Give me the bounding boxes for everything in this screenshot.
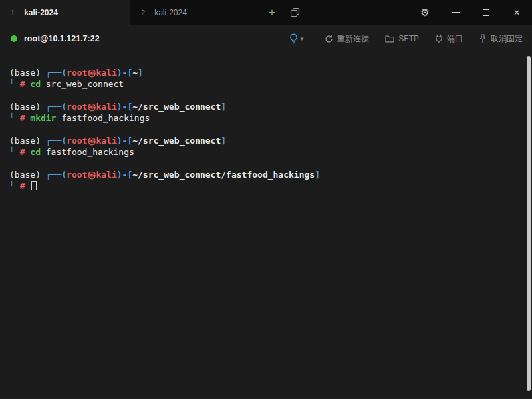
tab-1-index: 1 (11, 9, 15, 17)
terminal-block: (base) ┌──(root㉿kali)-[~/src_web_connect… (9, 135, 523, 158)
host-address: root@10.1.121.7:22 (24, 34, 100, 43)
prompt-corner: └─ (9, 79, 20, 89)
reconnect-button[interactable]: 重新连接 (325, 33, 369, 45)
tab-1-label: kali-2024 (24, 8, 58, 17)
port-label: 端口 (447, 33, 463, 45)
command-line: └─# cd fastfood_hackings (9, 146, 523, 158)
tab-2-index: 2 (141, 9, 145, 17)
prompt-line: (base) ┌──(root㉿kali)-[~/src_web_connect… (9, 101, 523, 112)
command-line: └─# (9, 180, 523, 192)
prompt-close: ] (315, 170, 320, 180)
titlebar-spacer (306, 0, 410, 25)
prompt-open: ┌──( (46, 136, 66, 146)
prompt-mid: )-[ (117, 102, 132, 112)
copy-stack-icon (290, 7, 300, 17)
prompt-path: ~/src_web_connect (132, 102, 221, 112)
unpin-button[interactable]: 取消固定 (479, 33, 523, 45)
command-line: └─# cd src_web_connect (9, 78, 523, 90)
minimize-button[interactable] (440, 0, 471, 25)
minimize-icon (452, 12, 460, 13)
tab-2-label: kali-2024 (154, 8, 187, 17)
prompt-line: (base) ┌──(root㉿kali)-[~/src_web_connect… (9, 169, 523, 180)
chevron-down-icon: ▾ (301, 35, 304, 42)
pin-icon (479, 34, 487, 43)
maximize-icon (483, 9, 489, 16)
conda-env: (base) (9, 102, 46, 112)
command-args: fastfood_hackings (41, 147, 134, 157)
conda-env: (base) (9, 136, 46, 146)
new-tab-button[interactable]: + (261, 0, 283, 25)
command-args: src_web_connect (41, 79, 124, 89)
command-line: └─# mkdir fastfood_hackings (9, 112, 523, 124)
command: cd (30, 79, 41, 89)
conda-env: (base) (9, 170, 46, 180)
prompt-hash: # (20, 113, 31, 123)
tab-1[interactable]: 1 kali-2024 (0, 0, 130, 25)
lightbulb-icon (289, 33, 298, 44)
prompt-close: ] (221, 136, 226, 146)
prompt-close: ] (221, 102, 226, 112)
connection-toolbar: root@10.1.121.7:22 ▾ 重新连接 (0, 25, 532, 53)
prompt-corner: └─ (9, 113, 20, 123)
prompt-userhost: root㉿kali (66, 170, 117, 180)
close-icon: ✕ (513, 8, 520, 17)
prompt-hash: # (20, 147, 31, 157)
maximize-button[interactable] (471, 0, 501, 25)
reconnect-label: 重新连接 (337, 33, 369, 45)
hints-dropdown[interactable]: ▾ (289, 33, 304, 44)
folder-icon (385, 35, 394, 43)
prompt-hash: # (20, 181, 31, 191)
prompt-path: ~/src_web_connect (132, 136, 221, 146)
unpin-label: 取消固定 (491, 33, 523, 45)
prompt-corner: └─ (9, 181, 20, 191)
prompt-mid: )-[ (117, 170, 132, 180)
prompt-open: ┌──( (46, 68, 66, 78)
command: mkdir (30, 113, 56, 123)
prompt-path: ~ (132, 68, 138, 78)
prompt-mid: )-[ (117, 136, 132, 146)
terminal-block: (base) ┌──(root㉿kali)-[~/src_web_connect… (9, 101, 523, 124)
prompt-open: ┌──( (46, 102, 66, 112)
prompt-userhost: root㉿kali (66, 136, 117, 146)
terminal-block-current: (base) ┌──(root㉿kali)-[~/src_web_connect… (9, 169, 523, 192)
prompt-path: ~/src_web_connect/fastfood_hackings (132, 170, 315, 180)
prompt-userhost: root㉿kali (66, 102, 117, 112)
settings-button[interactable]: ⚙ (410, 0, 440, 25)
refresh-icon (325, 35, 333, 43)
command-args: fastfood_hackings (56, 113, 150, 123)
prompt-open: ┌──( (46, 170, 66, 180)
connbar-actions: ▾ 重新连接 SFTP (289, 33, 523, 45)
scrollbar[interactable] (527, 56, 531, 391)
plus-icon: + (269, 7, 275, 18)
terminal-output[interactable]: (base) ┌──(root㉿kali)-[~] └─# cd src_web… (0, 53, 532, 399)
titlebar: 1 kali-2024 2 kali-2024 + ⚙ ✕ (0, 0, 532, 25)
tab-2[interactable]: 2 kali-2024 (130, 0, 261, 25)
prompt-line: (base) ┌──(root㉿kali)-[~] (9, 67, 523, 78)
sftp-label: SFTP (398, 34, 419, 43)
prompt-mid: )-[ (117, 68, 132, 78)
gear-icon: ⚙ (420, 7, 429, 19)
prompt-corner: └─ (9, 147, 20, 157)
duplicate-session-button[interactable] (283, 0, 306, 25)
prompt-line: (base) ┌──(root㉿kali)-[~/src_web_connect… (9, 135, 523, 146)
command: cd (30, 147, 41, 157)
port-button[interactable]: 端口 (435, 33, 463, 45)
prompt-hash: # (20, 79, 31, 89)
terminal-block: (base) ┌──(root㉿kali)-[~] └─# cd src_web… (9, 67, 523, 90)
connection-status-dot (11, 35, 17, 42)
terminal-cursor (31, 181, 37, 190)
sftp-button[interactable]: SFTP (385, 34, 419, 43)
prompt-close: ] (138, 68, 143, 78)
conda-env: (base) (9, 68, 46, 78)
close-button[interactable]: ✕ (501, 0, 532, 25)
prompt-userhost: root㉿kali (66, 68, 117, 78)
plug-icon (435, 34, 443, 43)
